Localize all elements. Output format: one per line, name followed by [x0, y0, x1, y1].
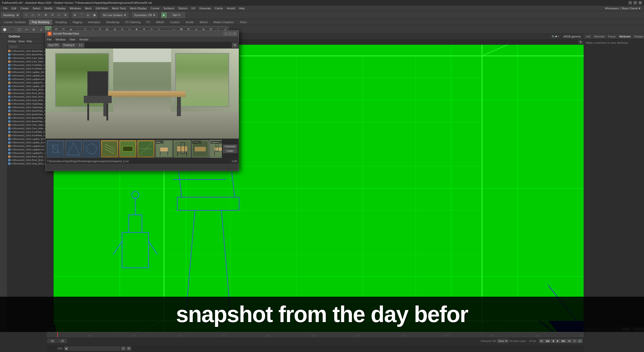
tab-xgen[interactable]: XGen — [237, 20, 250, 25]
arnold-settings[interactable]: ⚙ — [232, 43, 238, 48]
arnold-menu-render[interactable]: Render — [79, 38, 89, 41]
comment-tab-btn[interactable]: Comment — [223, 145, 237, 149]
tool-cone[interactable]: △ — [37, 26, 45, 33]
tab-poly-modeling[interactable]: Poly Modeling — [29, 20, 52, 25]
mel-btn-2[interactable]: ⚙ — [127, 346, 131, 350]
close-button[interactable]: ✕ — [638, 1, 642, 5]
pb-speed[interactable]: 🔊 — [577, 339, 583, 343]
tab-fx-catching[interactable]: FX Catching — [123, 20, 143, 25]
tb-snap-surf[interactable]: ▣ — [91, 12, 97, 18]
tb-sign-in[interactable]: Sign In — [168, 12, 185, 18]
arnold-scale[interactable]: 1:1 — [77, 43, 84, 48]
menu-create[interactable]: Create — [18, 6, 31, 10]
no-live-surface-dropdown[interactable]: No Live Surface ▼ — [101, 12, 129, 18]
tab-motion-graphics[interactable]: Motion Graphics — [211, 20, 236, 25]
menu-curves[interactable]: Curves — [149, 6, 162, 10]
thumbnail-2[interactable] — [65, 140, 82, 158]
menu-surfaces[interactable]: Surfaces — [162, 6, 176, 10]
thumbnail-9[interactable]: TO:20_5 — [191, 140, 209, 158]
menu-file[interactable]: File — [1, 6, 10, 10]
attr-list[interactable]: List — [585, 35, 591, 38]
thumbnail-6[interactable] — [137, 140, 155, 158]
outliner-display[interactable]: Display — [8, 40, 16, 43]
menu-edit-mesh[interactable]: Edit Mesh — [94, 6, 110, 10]
vp-settings[interactable]: ⚙ — [578, 40, 583, 44]
tool-plane[interactable]: ▱ — [23, 26, 30, 33]
tab-bifrost[interactable]: Bifrost — [197, 20, 210, 25]
arnold-restore[interactable]: □ — [228, 32, 232, 36]
minimize-button[interactable]: ─ — [628, 1, 632, 5]
tool-cylinder[interactable]: ◯ — [16, 26, 23, 33]
tb-select[interactable]: ↖ — [23, 12, 29, 18]
tb-scale[interactable]: ⤢ — [56, 12, 62, 18]
tab-fx[interactable]: FX — [144, 20, 153, 25]
menu-deform[interactable]: Deform — [176, 6, 189, 10]
menu-mesh[interactable]: Mesh — [83, 6, 94, 10]
arnold-close[interactable]: ✕ — [233, 32, 237, 36]
attr-selected[interactable]: Selected — [593, 35, 606, 38]
tl-char-set-select[interactable]: None — [497, 339, 509, 343]
pb-play[interactable]: ▶ — [556, 339, 560, 343]
arnold-menu-file[interactable]: File — [47, 38, 52, 41]
mel-run-btn[interactable]: ▶ — [64, 346, 69, 350]
tb-universal[interactable]: ⊕ — [62, 12, 68, 18]
thumbnail-5[interactable] — [119, 140, 137, 158]
pb-forward[interactable]: ▶▶ — [560, 339, 567, 343]
thumbnail-10[interactable]: Snapshot_1 1 — [210, 140, 222, 158]
folder-tab-btn[interactable]: Folder — [223, 149, 237, 153]
vp-gamma[interactable]: sRGB gamma — [562, 35, 583, 38]
tool-sphere[interactable]: ⬤ — [1, 26, 8, 33]
tool-cube[interactable]: ⬛ — [8, 26, 15, 33]
pb-loop[interactable]: ↺ — [572, 339, 577, 343]
tab-custom[interactable]: Custom — [167, 20, 182, 25]
tab-arnold[interactable]: Arnold — [183, 20, 196, 25]
arnold-minimize[interactable]: ─ — [224, 32, 228, 36]
menu-mesh-tools[interactable]: Mesh Tools — [110, 6, 128, 10]
arnold-stop-ipr[interactable]: Stop IPR — [47, 43, 60, 48]
tb-lasso[interactable]: ⬡ — [30, 12, 36, 18]
mel-clear-btn[interactable]: ✕ — [121, 346, 126, 350]
menu-modify[interactable]: Modify — [42, 6, 54, 10]
tb-snap-point[interactable]: ◎ — [85, 12, 91, 18]
tb-move[interactable]: ✥ — [43, 12, 49, 18]
pb-prev-frame[interactable]: ◀◀ — [544, 339, 550, 343]
arnold-shading[interactable]: Shading ▼ — [61, 43, 77, 48]
arnold-menu-view[interactable]: View — [69, 38, 76, 41]
timeline-start-input[interactable] — [48, 339, 57, 343]
mode-selector[interactable]: Modeling — [1, 12, 20, 18]
tab-sculpting[interactable]: Sculpting — [53, 20, 69, 25]
tab-curves-surfaces[interactable]: Curves / Surfaces — [1, 20, 28, 25]
vp-camera-selector[interactable]: 📷 ⏺ ◎ — [551, 35, 560, 38]
tb-snap-curve[interactable]: ⌒ — [78, 12, 84, 18]
tab-mash[interactable]: MASH — [153, 20, 167, 25]
thumbnail-7[interactable]: table_2 — [155, 140, 173, 158]
attr-display-tab[interactable]: Display — [633, 35, 644, 38]
tb-snap-grid[interactable]: ⊞ — [72, 12, 78, 18]
tab-animation[interactable]: Animation — [85, 20, 103, 25]
menu-select[interactable]: Select — [31, 6, 43, 10]
pb-first-frame[interactable]: ⏮ — [539, 339, 544, 343]
menu-windows[interactable]: Windows — [68, 6, 83, 10]
tb-paint[interactable]: ✏ — [36, 12, 42, 18]
menu-arnold[interactable]: Arnold — [225, 6, 237, 10]
menu-display[interactable]: Display — [55, 6, 68, 10]
timeline-end-input[interactable] — [58, 339, 67, 343]
thumbnail-1[interactable] — [47, 140, 64, 158]
attr-attributes[interactable]: Attributes — [618, 35, 632, 38]
timeline-inner[interactable]: -26 -25 -24 -23 -22 -21 -20 -19 -18 -17 … — [47, 332, 584, 337]
tab-rigging[interactable]: Rigging — [70, 20, 85, 25]
attr-focus[interactable]: Focus — [607, 35, 617, 38]
menu-mesh-display[interactable]: Mesh Display — [128, 6, 149, 10]
tb-rotate[interactable]: ↺ — [49, 12, 55, 18]
outliner-help[interactable]: Help — [27, 40, 32, 43]
thumbnail-8[interactable] — [173, 140, 191, 158]
tb-render-icon[interactable]: ▶ — [161, 12, 167, 18]
outliner-show[interactable]: Show — [18, 40, 25, 43]
menu-uv[interactable]: UV — [189, 6, 197, 10]
thumbnail-4[interactable] — [101, 140, 118, 158]
mel-input[interactable] — [70, 346, 120, 350]
tool-torus[interactable]: ◎ — [30, 26, 37, 33]
arnold-menu-window[interactable]: Window — [55, 38, 66, 41]
restore-button[interactable]: □ — [633, 1, 637, 5]
menu-cache[interactable]: Cache — [213, 6, 225, 10]
